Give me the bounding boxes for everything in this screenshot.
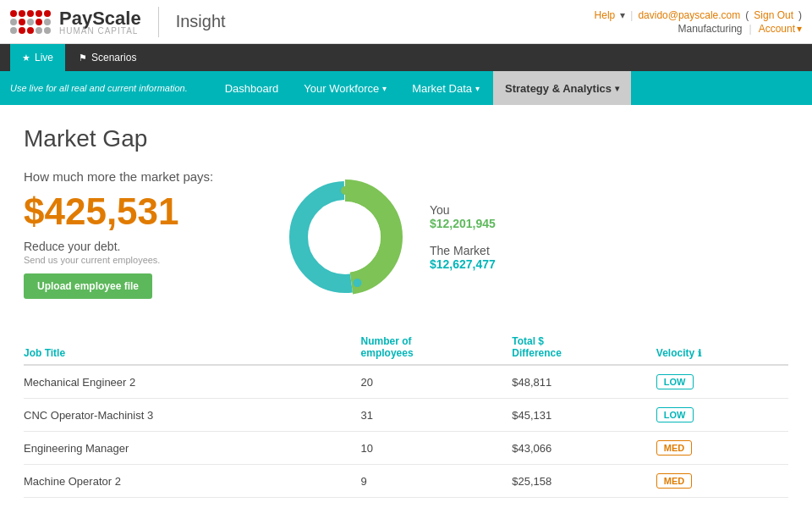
dot [27,19,34,25]
market-gap-section: How much more the market pays: $425,531 … [24,169,788,305]
cell-employees: 31 [361,399,513,432]
market-label: The Market [430,244,496,257]
tab-bar: ★ Live ⚑ Scenarios [0,44,812,71]
table-row: Mechanical Engineer 220$48,811LOW [24,365,788,399]
help-link[interactable]: Help [595,9,616,21]
col-velocity: Velocity ℹ [656,329,788,365]
nav-market-data-label: Market Data [412,82,472,95]
logo-subtitle: HUMAN CAPITAL [59,26,141,36]
paren-open: ( [745,9,749,21]
top-right-area: Help ▾ | davido@payscale.com ( Sign Out … [595,9,802,35]
market-gap-table: Job Title Number ofemployees Total $Diff… [24,329,788,498]
divider-pipe: | [630,9,633,21]
cell-employees: 20 [361,365,513,399]
cell-velocity: LOW [656,399,788,432]
logo-dots [10,10,51,34]
tab-live-label: Live [35,52,53,64]
velocity-badge: LOW [656,374,694,389]
cell-difference: $43,066 [512,432,656,465]
table-row: Machine Operator 29$25,158MED [24,465,788,498]
cell-difference: $25,158 [512,465,656,498]
nav-market-data[interactable]: Market Data ▾ [400,71,491,105]
paren-close: ) [798,9,802,21]
col-difference: Total $Difference [512,329,656,365]
velocity-badge: MED [656,473,692,489]
star-icon: ★ [22,52,30,64]
nav-dashboard-label: Dashboard [225,82,279,95]
logo-area: PayScale HUMAN CAPITAL Insight [10,7,226,37]
user-email[interactable]: davido@payscale.com [638,9,740,21]
top-bar: PayScale HUMAN CAPITAL Insight Help ▾ | … [0,0,812,44]
table-row: Engineering Manager10$43,066MED [24,432,788,465]
dot [10,10,17,17]
table-row: CNC Operator-Machinist 331$45,131LOW [24,399,788,432]
dot [19,19,25,25]
velocity-badge: LOW [656,407,694,422]
tab-scenarios-label: Scenarios [91,52,136,64]
left-panel: How much more the market pays: $425,531 … [24,169,244,299]
dot [36,27,42,34]
col-job-title: Job Title [24,329,361,365]
chart-area: You $12,201,945 The Market $12,627,477 [277,169,788,305]
dot [27,27,34,34]
nav-links: Dashboard Your Workforce ▾ Market Data ▾… [213,71,631,105]
cell-employees: 9 [361,465,513,498]
tab-live[interactable]: ★ Live [10,44,65,71]
cell-job-title: Engineering Manager [24,432,361,465]
nav-your-workforce-label: Your Workforce [304,82,379,95]
company-nav-area: Manufacturing | Account ▾ [678,23,802,35]
main-content: Market Gap How much more the market pays… [0,105,812,508]
cell-difference: $48,811 [512,365,656,399]
dot [36,10,42,17]
your-workforce-arrow: ▾ [382,84,387,93]
dot [44,10,51,17]
dot [19,27,25,34]
cell-job-title: Machine Operator 2 [24,465,361,498]
cell-job-title: CNC Operator-Machinist 3 [24,399,361,432]
legend-you: You $12,201,945 [430,203,496,230]
upload-button[interactable]: Upload employee file [24,273,152,299]
person-icon: ⚑ [79,52,87,64]
signout-link[interactable]: Sign Out [754,9,793,21]
help-area: Help ▾ | davido@payscale.com ( Sign Out … [595,9,802,21]
nav-pipe: | [749,23,752,35]
donut-chart [277,169,413,305]
account-arrow: ▾ [797,23,802,35]
you-label: You [430,203,496,217]
nav-strategy-analytics[interactable]: Strategy & Analytics ▾ [493,71,631,105]
cell-difference: $45,131 [512,399,656,432]
dot [19,10,25,17]
velocity-badge: MED [656,440,692,456]
nav-your-workforce[interactable]: Your Workforce ▾ [292,71,398,105]
dot [36,19,42,25]
market-data-arrow: ▾ [475,84,480,93]
product-name: Insight [176,12,226,31]
svg-point-2 [310,202,381,273]
legend-area: You $12,201,945 The Market $12,627,477 [430,203,496,271]
how-much-label: How much more the market pays: [24,169,244,184]
page-title: Market Gap [24,125,788,152]
dot [10,27,17,34]
cell-velocity: MED [656,432,788,465]
help-arrow: ▾ [620,9,625,21]
tab-scenarios[interactable]: ⚑ Scenarios [67,44,148,71]
market-value: $12,627,477 [430,257,496,271]
you-value: $12,201,945 [430,217,496,230]
big-amount: $425,531 [24,190,244,233]
logo-divider [158,7,159,37]
nav-bar: Use live for all real and current inform… [0,71,812,105]
table-header-row: Job Title Number ofemployees Total $Diff… [24,329,788,365]
account-label: Account [759,23,795,35]
dot [10,19,17,25]
cell-velocity: LOW [656,365,788,399]
nav-dashboard[interactable]: Dashboard [213,71,291,105]
send-text: Send us your current employees. [24,255,244,265]
logo-text-area: PayScale HUMAN CAPITAL [59,8,141,36]
nav-strategy-analytics-label: Strategy & Analytics [505,82,612,95]
dot [44,27,51,34]
strategy-analytics-arrow: ▾ [615,84,619,93]
account-link[interactable]: Account ▾ [759,23,802,35]
dot [27,10,34,17]
col-employees: Number ofemployees [361,329,513,365]
legend-market: The Market $12,627,477 [430,244,496,271]
